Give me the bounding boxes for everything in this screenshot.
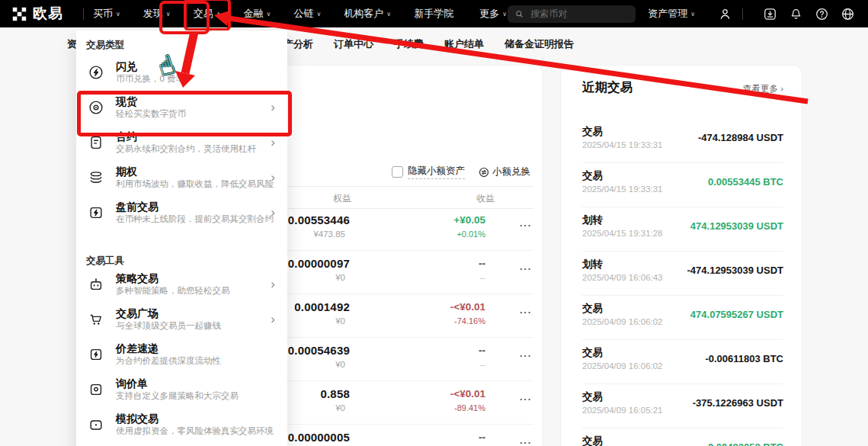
- chevron-icon: ∧: [216, 11, 221, 18]
- chevron-right-icon: ›: [271, 170, 275, 185]
- spread-icon: [87, 345, 105, 364]
- view-more-link[interactable]: 查看更多 ›: [743, 83, 783, 95]
- transaction-type: 交易: [582, 346, 603, 360]
- profit-cell: -<¥0.01 -74.16%: [342, 301, 485, 326]
- nav-item-label: 公链: [293, 7, 313, 21]
- okx-logo[interactable]: 欧易: [12, 4, 63, 24]
- brand-name: 欧易: [33, 4, 63, 24]
- menu-item[interactable]: 询价单 支持自定义多腿策略和大宗交易 ›: [76, 372, 287, 407]
- transaction-row[interactable]: 交易 2025/04/09 16:05:21 -375.1226963 USDT: [582, 384, 783, 428]
- nav-item[interactable]: 买币 ∨: [93, 7, 120, 21]
- transaction-row[interactable]: 划转 2025/04/09 16:06:43 -474.12953039 USD…: [582, 252, 783, 296]
- nav-item[interactable]: 新手学院: [414, 7, 456, 21]
- chevron-down-icon: ∨: [690, 11, 695, 18]
- strategy-bot-icon: [87, 275, 105, 294]
- row-actions-button[interactable]: ···: [520, 437, 532, 446]
- row-actions-button[interactable]: ···: [520, 393, 532, 405]
- profit-cell: -- --: [342, 432, 485, 446]
- menu-item[interactable]: 盘前交易 在币种未上线阶段，提前交易其交割合约 ›: [76, 195, 287, 230]
- nav-item[interactable]: 金融 ∨: [244, 7, 271, 21]
- profit-value: --: [342, 345, 485, 356]
- menu-item[interactable]: 现货 轻松买卖数字货币 ›: [76, 90, 287, 125]
- menu-section-title: 交易工具: [86, 255, 124, 268]
- premarket-icon: [87, 204, 105, 222]
- transaction-time: 2025/04/09 16:06:43: [582, 273, 663, 282]
- subnav-item[interactable]: 手续费: [394, 37, 424, 51]
- menu-item[interactable]: 闪兑 币币兑换，0 费率 ›: [76, 55, 287, 90]
- menu-item-subtitle: 多种智能策略，助您轻松交易: [116, 287, 230, 296]
- menu-item[interactable]: 期权 利用市场波动，赚取收益，降低交易风险 ›: [76, 160, 287, 195]
- notifications-bell-icon[interactable]: [787, 5, 804, 22]
- hide-small-assets-label[interactable]: 隐藏小额资产: [408, 165, 465, 179]
- chevron-icon: ∨: [502, 11, 507, 18]
- transaction-time: 2025/04/15 19:33:31: [582, 140, 663, 149]
- transaction-row[interactable]: 交易 2025/04/15 19:33:31 -474.128984 USDT: [582, 119, 783, 163]
- transaction-row[interactable]: 交易 2025/04/15 19:33:31 0.00553445 BTC: [582, 163, 783, 207]
- profit-cell: -<¥0.01 -89.41%: [342, 388, 485, 412]
- menu-item[interactable]: 价差速递 为合约价差提供深度流动性 ›: [76, 337, 287, 372]
- profit-value: +¥0.05: [342, 214, 485, 226]
- transaction-time: 2025/04/09 16:05:21: [582, 406, 663, 415]
- profit-cell: +¥0.05 +0.01%: [342, 214, 485, 239]
- profit-value: --: [342, 432, 485, 443]
- nav-item[interactable]: 交易 ∧: [194, 7, 221, 21]
- menu-item-title: 盘前交易: [116, 201, 274, 212]
- column-profit: 收益: [434, 192, 495, 205]
- small-convert-button[interactable]: 小额兑换: [479, 165, 530, 178]
- row-actions-button[interactable]: ···: [520, 350, 532, 361]
- nav-item[interactable]: 发现 ∨: [143, 7, 171, 21]
- chevron-right-icon: ›: [271, 312, 275, 327]
- transaction-row[interactable]: 交易 2025/04/09 16:06:02 -0.00611803 BTC: [582, 340, 783, 384]
- subnav-item[interactable]: 产分析: [283, 37, 313, 51]
- nav-item[interactable]: 机构客户 ∨: [344, 7, 391, 21]
- transaction-time: 2025/04/09 16:06:02: [582, 361, 663, 371]
- user-profile-icon[interactable]: [716, 5, 733, 22]
- okx-logo-icon: [12, 7, 27, 21]
- subnav-item[interactable]: 订单中心: [334, 37, 373, 51]
- download-app-icon[interactable]: [761, 5, 778, 22]
- flash-swap-icon: [87, 63, 105, 82]
- menu-item[interactable]: 策略交易 多种智能策略，助您轻松交易 ›: [76, 267, 287, 302]
- menu-item-subtitle: 轻松买卖数字货币: [116, 110, 186, 119]
- transaction-time: 2025/04/15 19:33:31: [582, 184, 663, 194]
- asset-management-menu[interactable]: 资产管理 ∨: [648, 7, 695, 21]
- transaction-amount: 474.07595267 USDT: [690, 309, 783, 320]
- main-nav: 买币 ∨ 发现 ∨ 交易 ∧ 金融 ∨: [93, 7, 507, 21]
- hide-small-assets-checkbox[interactable]: [392, 166, 403, 178]
- recent-header: 近期交易 查看更多 ›: [582, 79, 783, 96]
- nav-item[interactable]: 公链 ∨: [293, 7, 321, 21]
- search-input[interactable]: [529, 8, 628, 20]
- transaction-amount: 474.12953039 USDT: [690, 220, 783, 232]
- transaction-type: 交易: [582, 390, 603, 404]
- transaction-time: 2025/04/09 16:06:02: [582, 317, 663, 326]
- nav-item-label: 买币: [93, 7, 113, 21]
- row-actions-button[interactable]: ···: [520, 220, 532, 231]
- row-actions-button[interactable]: ···: [520, 306, 532, 318]
- transaction-row[interactable]: 划转 2025/04/15 19:31:28 474.12953039 USDT: [582, 207, 783, 252]
- transaction-row[interactable]: 交易 2025/04/09 16:06:02 474.07595267 USDT: [582, 296, 783, 340]
- chevron-right-icon: ›: [271, 100, 275, 115]
- menu-item[interactable]: 交易广场 与全球顶级交易员一起赚钱 ›: [76, 302, 287, 337]
- menu-item-title: 模拟交易: [116, 413, 274, 424]
- menu-item-subtitle: 币币兑换，0 费率: [116, 75, 184, 84]
- transaction-type: 划转: [582, 213, 603, 227]
- menu-item[interactable]: 模拟交易 使用虚拟资金，零风险体验真实交易环境 ›: [76, 407, 287, 442]
- divider: [742, 8, 743, 20]
- nav-item[interactable]: 更多 ∨: [479, 7, 507, 21]
- transaction-type: 交易: [582, 302, 603, 316]
- subnav-item[interactable]: 储备金证明报告: [504, 37, 574, 51]
- language-globe-icon[interactable]: [839, 5, 856, 22]
- trade-dropdown-menu: 交易类型 闪兑 币币兑换，0 费率 › 现货 轻松买卖数字货币: [76, 30, 287, 446]
- transaction-type: 交易: [582, 125, 603, 139]
- transaction-time: 2025/04/15 19:31:28: [582, 229, 663, 238]
- marketplace-cart-icon: [87, 310, 105, 329]
- nav-item-label: 新手学院: [414, 7, 453, 21]
- menu-item[interactable]: 合约 交易永续和交割合约，灵活使用杠杆 ›: [76, 125, 287, 160]
- row-actions-button[interactable]: ···: [520, 263, 532, 274]
- menu-item-subtitle: 支持自定义多腿策略和大宗交易: [116, 392, 239, 401]
- search-box[interactable]: [508, 5, 636, 23]
- transaction-row[interactable]: 交易 2025/04/09 16:05:21 0.00483058 BTC: [582, 428, 783, 446]
- subnav-item[interactable]: 账户结单: [444, 37, 484, 51]
- search-icon: [515, 9, 524, 19]
- help-question-icon[interactable]: [813, 5, 830, 22]
